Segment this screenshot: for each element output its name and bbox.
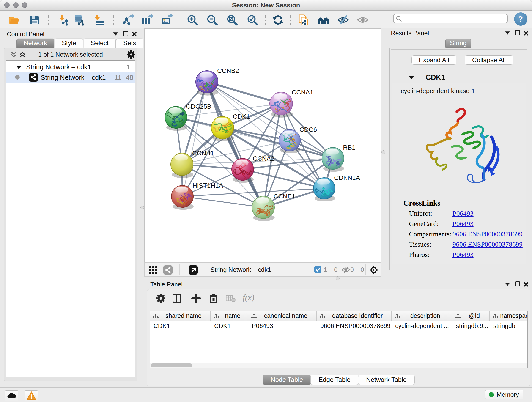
export-view-button[interactable]: [189, 265, 198, 275]
graph-node-CDC25B[interactable]: CDC25B: [162, 103, 211, 139]
column-header-label: name: [210, 313, 248, 319]
tab-sets[interactable]: Sets: [116, 38, 143, 48]
graph-node-CCNB2[interactable]: CCNB2: [193, 67, 239, 96]
graph-edge-CCNE1-HIST1H1A[interactable]: [182, 196, 263, 207]
export-image-button[interactable]: [161, 14, 173, 26]
cloud-status-button[interactable]: [5, 390, 18, 401]
column-header-canonical-name[interactable]: canonical name: [248, 311, 317, 321]
grid-view-button[interactable]: [149, 265, 158, 275]
hide-selected-button[interactable]: [337, 14, 349, 26]
delete-column-button[interactable]: [209, 294, 218, 304]
collapse-all-button[interactable]: Collapse All: [465, 56, 513, 65]
help-button[interactable]: ?: [514, 12, 527, 26]
import-network-button[interactable]: [58, 14, 70, 26]
tab-network[interactable]: Network: [17, 38, 54, 48]
column-header--id[interactable]: @id: [452, 311, 490, 321]
column-header-name[interactable]: name: [210, 311, 248, 321]
first-neighbors-button[interactable]: [317, 14, 329, 26]
table-settings-gear-button[interactable]: [156, 294, 166, 304]
splitter-handle[interactable]: [381, 150, 385, 154]
network-collection-row[interactable]: String Network – cdk1 1: [6, 62, 135, 72]
warnings-button[interactable]: [25, 390, 38, 401]
table-row[interactable]: CDK1CDK1P064939606.ENSP00000378699cyclin…: [150, 321, 528, 331]
control-panel-float-button[interactable]: [123, 31, 128, 37]
table-panel-close-button[interactable]: [523, 281, 529, 288]
graph-node-CDKN1A[interactable]: CDKN1A: [311, 174, 360, 202]
protein-name: CDK1: [426, 73, 445, 82]
control-panel-menu-button[interactable]: [113, 32, 119, 36]
function-builder-button[interactable]: f(x): [243, 293, 254, 303]
add-column-button[interactable]: [191, 294, 201, 304]
table-panel-menu-button[interactable]: [505, 282, 510, 287]
network-options-gear-button[interactable]: [127, 50, 135, 60]
show-column-panel-button[interactable]: [172, 294, 182, 304]
crosslink-link[interactable]: P06493: [452, 251, 474, 259]
graph-node-CCNB1[interactable]: CCNB1: [171, 150, 214, 178]
table-tabs: Node TableEdge TableNetwork Table: [147, 375, 530, 385]
refresh-button[interactable]: [272, 14, 284, 26]
control-panel-close-button[interactable]: [132, 31, 137, 37]
tab-string[interactable]: String: [445, 38, 471, 48]
tab-edge-table[interactable]: Edge Table: [310, 375, 359, 385]
show-all-button[interactable]: [357, 14, 369, 26]
export-network-button[interactable]: [122, 14, 134, 26]
splitter-handle[interactable]: [336, 276, 340, 280]
table-cell[interactable]: P06493: [252, 321, 316, 331]
search-input[interactable]: [402, 15, 507, 22]
table-cell[interactable]: CDK1: [214, 321, 248, 331]
network-canvas[interactable]: CCNB2CCNA1CDC25BCDK1CDC6RB1CCNB1CCNA2CDK…: [144, 28, 381, 262]
table-cell[interactable]: 9606.ENSP00000378699: [320, 321, 391, 331]
tab-style[interactable]: Style: [55, 38, 83, 48]
memory-button[interactable]: Memory: [485, 390, 523, 400]
delete-table-button[interactable]: [226, 295, 236, 303]
import-network-database-button[interactable]: [73, 14, 85, 26]
network-row-selected[interactable]: String Network – cdk1 11 48: [6, 72, 135, 83]
table-cell[interactable]: stringdb: [493, 321, 528, 331]
column-header-description[interactable]: description: [392, 311, 452, 321]
fit-content-button[interactable]: [369, 265, 378, 275]
results-panel-menu-button[interactable]: [505, 31, 510, 36]
expand-all-button[interactable]: Expand All: [412, 56, 456, 65]
table-cell[interactable]: cyclin-dependent ...: [395, 321, 452, 331]
zoom-out-button[interactable]: [206, 14, 218, 26]
warning-icon: [27, 391, 36, 400]
selected-checkbox-icon[interactable]: [314, 266, 322, 274]
crosslink-label: Uniprot:: [409, 210, 432, 217]
protein-card-header[interactable]: CDK1: [391, 72, 526, 83]
import-table-button[interactable]: [93, 14, 105, 26]
column-header-shared-name[interactable]: shared name: [150, 311, 210, 321]
results-panel-close-button[interactable]: [523, 30, 529, 36]
tab-node-table[interactable]: Node Table: [263, 375, 311, 385]
zoom-in-button[interactable]: [186, 14, 198, 26]
graph-node-CCNE1[interactable]: CCNE1: [252, 193, 295, 221]
splitter-handle[interactable]: [140, 206, 144, 209]
results-panel-float-button[interactable]: [515, 30, 520, 36]
column-header-database-identifier[interactable]: database identifier: [317, 311, 392, 321]
crosslink-link[interactable]: P06493: [452, 220, 474, 228]
scrollbar-thumb[interactable]: [151, 364, 192, 367]
crosslink-link[interactable]: 9606.ENSP00000378699: [452, 240, 523, 248]
network-tree: String Network – cdk1 1 String Network –…: [6, 60, 135, 377]
crosslink-link[interactable]: 9606.ENSP00000378699: [452, 230, 523, 238]
graph-node-CCNA1[interactable]: CCNA1: [268, 89, 313, 119]
table-cell[interactable]: stringdb:9...: [456, 321, 489, 331]
tab-select[interactable]: Select: [84, 38, 116, 48]
horizontal-scrollbar[interactable]: [150, 363, 527, 368]
column-header-namespace[interactable]: namespace: [490, 311, 528, 321]
close-icon: [132, 31, 137, 37]
zoom-selected-button[interactable]: [247, 14, 259, 26]
network-tab-content: 1 of 1 Network selected String Network –…: [4, 48, 137, 381]
table-cell[interactable]: CDK1: [153, 321, 210, 331]
tab-network-table[interactable]: Network Table: [358, 375, 415, 385]
open-session-button[interactable]: [8, 14, 20, 26]
save-session-button[interactable]: [29, 14, 41, 26]
crosslink-link[interactable]: P06493: [452, 210, 474, 217]
export-table-button[interactable]: [141, 14, 153, 26]
network-share-view-button[interactable]: [163, 265, 172, 275]
copy-network-button[interactable]: [298, 14, 309, 26]
tree-expand-icon[interactable]: [16, 65, 22, 69]
zoom-fit-button[interactable]: [226, 14, 238, 26]
footer-separator: [308, 264, 308, 275]
table-panel-float-button[interactable]: [515, 281, 520, 287]
column-header-label: @id: [452, 313, 489, 319]
